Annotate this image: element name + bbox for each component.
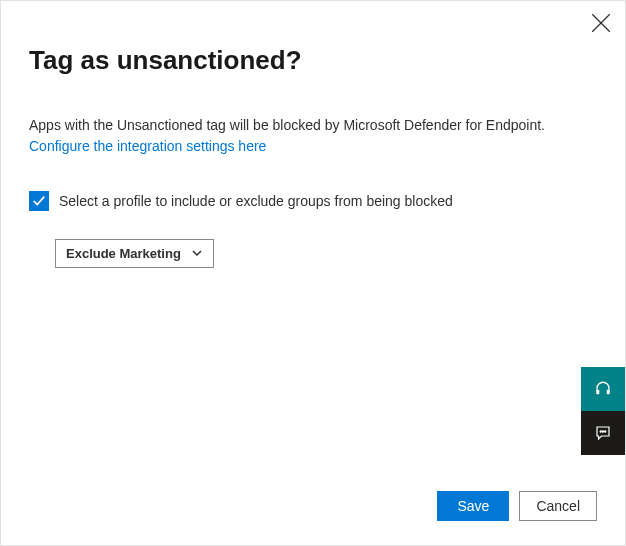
dropdown-value: Exclude Marketing [66,246,181,261]
svg-point-6 [605,431,606,432]
side-panel [581,367,625,455]
headset-icon [594,380,612,398]
svg-rect-2 [596,390,599,395]
svg-point-5 [602,431,603,432]
profile-checkbox-label: Select a profile to include or exclude g… [59,193,453,209]
dialog-footer: Save Cancel [437,491,597,521]
dialog-container: Tag as unsanctioned? Apps with the Unsan… [0,0,626,546]
close-icon [591,13,611,33]
chevron-down-icon [191,247,203,259]
profile-checkbox[interactable] [29,191,49,211]
save-button[interactable]: Save [437,491,509,521]
chat-icon [594,424,612,442]
help-button[interactable] [581,367,625,411]
dialog-title: Tag as unsanctioned? [29,45,597,76]
checkmark-icon [32,194,46,208]
profile-dropdown[interactable]: Exclude Marketing [55,239,214,268]
configure-integration-link[interactable]: Configure the integration settings here [29,138,266,154]
profile-checkbox-row: Select a profile to include or exclude g… [29,191,597,211]
cancel-button[interactable]: Cancel [519,491,597,521]
svg-point-4 [600,431,601,432]
close-button[interactable] [591,13,611,33]
feedback-button[interactable] [581,411,625,455]
dialog-description: Apps with the Unsanctioned tag will be b… [29,116,597,136]
svg-rect-3 [607,390,610,395]
